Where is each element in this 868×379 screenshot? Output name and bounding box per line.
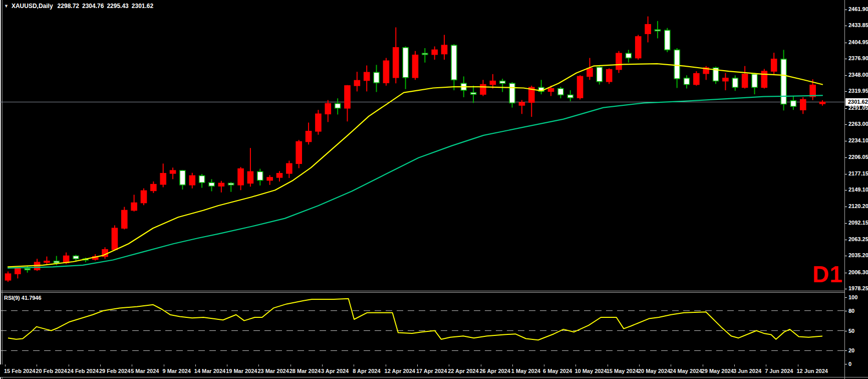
date-axis-label: 28 Mar 2024 xyxy=(290,368,321,374)
date-axis-tick xyxy=(164,364,164,366)
window-bottom-edge xyxy=(0,377,868,377)
date-axis-label: 26 Apr 2024 xyxy=(480,368,510,374)
candle-body xyxy=(558,89,563,95)
candle-body xyxy=(413,55,418,78)
candle-body xyxy=(180,170,185,185)
date-axis-tick xyxy=(227,364,227,366)
date-axis-label: 6 May 2024 xyxy=(543,368,572,374)
candle-body xyxy=(141,191,147,203)
date-axis-tick xyxy=(798,364,798,366)
price-axis-label: 2376.90 xyxy=(848,55,868,61)
date-axis-label: 5 Mar 2024 xyxy=(131,368,159,374)
date-axis-tick xyxy=(322,364,323,366)
date-axis-tick xyxy=(132,364,132,366)
price-axis-label: 2404.95 xyxy=(848,39,868,45)
date-axis-label: 22 Apr 2024 xyxy=(448,368,478,374)
candle-body xyxy=(480,85,486,95)
candle-body xyxy=(800,99,806,110)
candle-body xyxy=(771,59,777,71)
candle-body xyxy=(267,177,272,180)
date-axis-tick xyxy=(481,364,481,366)
candle-body xyxy=(44,261,50,263)
candle-body xyxy=(383,61,389,83)
candle-body xyxy=(354,80,360,85)
date-axis[interactable]: 15 Feb 202420 Feb 202424 Feb 202429 Feb … xyxy=(0,364,868,377)
date-axis-tick xyxy=(291,364,291,366)
candle-body xyxy=(199,175,205,182)
candle-body xyxy=(238,169,243,185)
candle-body xyxy=(607,70,612,82)
price-axis-tick xyxy=(845,91,847,92)
candle-body xyxy=(325,104,331,114)
rsi-axis-label: 100 xyxy=(848,294,857,300)
candle-body xyxy=(228,183,234,184)
price-axis[interactable]: 2301.62 2461.902433.852404.952376.902348… xyxy=(844,0,868,379)
rsi-canvas[interactable] xyxy=(0,293,844,364)
rsi-line xyxy=(8,299,822,340)
candle-body xyxy=(6,274,11,280)
candle-body xyxy=(189,175,195,184)
current-price-box: 2301.62 xyxy=(845,98,868,106)
symbol-dropdown-icon[interactable]: ▼ xyxy=(4,4,9,9)
date-axis-label: 23 Mar 2024 xyxy=(257,368,288,374)
price-axis-label: 2263.00 xyxy=(848,121,868,127)
date-axis-tick xyxy=(5,364,6,366)
date-axis-tick xyxy=(449,364,449,366)
date-axis-tick xyxy=(703,364,703,366)
candle-body xyxy=(790,101,796,107)
price-axis-label: 1978.25 xyxy=(848,285,868,291)
ma-fast-line xyxy=(8,64,822,267)
candle-body xyxy=(742,74,748,87)
candle-body xyxy=(151,184,156,191)
candle-body xyxy=(257,171,263,180)
price-axis-label: 2461.90 xyxy=(848,6,868,12)
date-axis-tick xyxy=(100,364,101,366)
date-axis-label: 20 May 2024 xyxy=(638,368,670,374)
rsi-axis-tick xyxy=(845,311,847,311)
price-axis-tick xyxy=(845,75,847,76)
price-axis-label: 2433.85 xyxy=(848,22,868,28)
date-axis-tick xyxy=(639,364,640,366)
candle-body xyxy=(471,93,476,94)
chart-title: ▼XAUUSD,Daily2298.722304.762295.432301.6… xyxy=(4,3,153,10)
price-axis-label: 2149.10 xyxy=(848,186,868,193)
title-high: 2304.76 xyxy=(82,3,104,10)
candle-body xyxy=(587,68,593,76)
date-axis-tick xyxy=(512,364,513,366)
date-axis-label: 15 Feb 2024 xyxy=(4,368,35,374)
date-axis-tick xyxy=(69,364,69,366)
price-axis-tick xyxy=(845,240,847,240)
panel-separator-top[interactable] xyxy=(0,291,844,291)
price-axis-label: 2063.25 xyxy=(848,236,868,242)
price-axis-tick xyxy=(845,289,847,289)
price-axis-tick xyxy=(845,223,847,224)
candle-body xyxy=(548,89,554,92)
date-axis-label: 8 Apr 2024 xyxy=(353,368,380,374)
candle-body xyxy=(665,30,670,50)
candlestick-canvas[interactable] xyxy=(0,0,844,291)
date-axis-tick xyxy=(734,364,735,366)
date-axis-label: 12 Jun 2024 xyxy=(797,368,828,374)
candle-body xyxy=(694,74,699,85)
price-axis-tick xyxy=(845,124,847,125)
price-axis-label: 2035.20 xyxy=(848,252,868,258)
date-axis-label: 3 Apr 2024 xyxy=(321,368,349,374)
rsi-axis-tick xyxy=(845,331,847,331)
title-close: 2301.62 xyxy=(132,3,153,10)
date-axis-tick xyxy=(195,364,196,366)
candle-body xyxy=(160,173,166,184)
price-axis-tick xyxy=(845,10,847,10)
price-axis-label: 2120.20 xyxy=(848,203,868,209)
candle-body xyxy=(684,78,690,85)
main-chart-area[interactable]: D1 xyxy=(0,0,844,291)
candle-body xyxy=(655,30,660,31)
rsi-axis-label: 20 xyxy=(848,347,854,353)
rsi-indicator-panel[interactable]: RSI(9) 41.7946 xyxy=(0,293,844,364)
date-axis-label: 7 Jun 2024 xyxy=(765,368,793,374)
price-axis-label: 2206.05 xyxy=(848,154,868,160)
rsi-label: RSI(9) 41.7946 xyxy=(4,295,42,301)
candle-body xyxy=(597,67,602,82)
candle-body xyxy=(636,37,641,58)
panel-separator-bottom[interactable] xyxy=(0,292,844,293)
candle-body xyxy=(364,72,370,80)
